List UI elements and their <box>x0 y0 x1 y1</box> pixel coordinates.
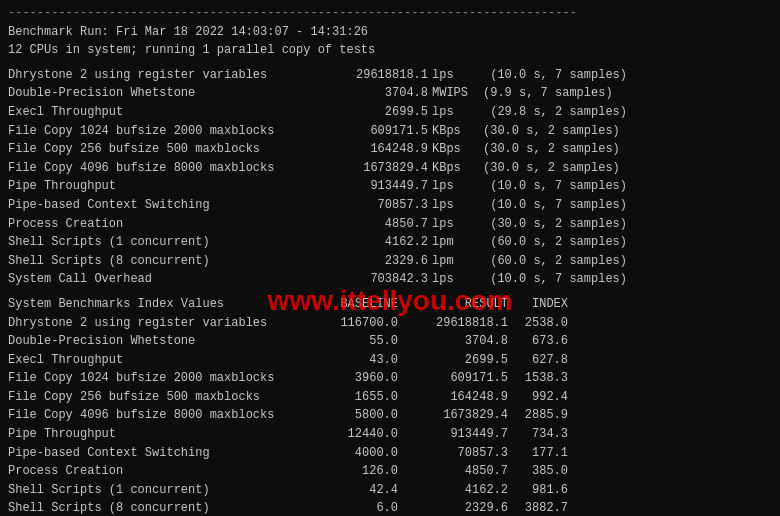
index-row: Shell Scripts (8 concurrent)6.02329.6388… <box>8 499 772 516</box>
perf-value: 703842.3 <box>318 270 428 289</box>
ir-baseline: 116700.0 <box>318 314 398 333</box>
ir-label: Pipe-based Context Switching <box>8 444 318 463</box>
perf-label: File Copy 1024 bufsize 2000 maxblocks <box>8 122 318 141</box>
perf-row: Pipe-based Context Switching70857.3lps (… <box>8 196 772 215</box>
index-row: Execl Throughput43.02699.5627.8 <box>8 351 772 370</box>
perf-extra: (10.0 s, 7 samples) <box>483 66 627 85</box>
ir-baseline: 1655.0 <box>318 388 398 407</box>
ir-index: 734.3 <box>508 425 568 444</box>
ir-index: 177.1 <box>508 444 568 463</box>
perf-value: 913449.7 <box>318 177 428 196</box>
perf-extra: (30.0 s, 2 samples) <box>483 140 620 159</box>
perf-label: Shell Scripts (1 concurrent) <box>8 233 318 252</box>
ir-baseline: 4000.0 <box>318 444 398 463</box>
ir-index: 2538.0 <box>508 314 568 333</box>
perf-extra: (29.8 s, 2 samples) <box>483 103 627 122</box>
perf-extra: (10.0 s, 7 samples) <box>483 270 627 289</box>
terminal: ----------------------------------------… <box>0 0 780 516</box>
ir-result: 1673829.4 <box>398 406 508 425</box>
perf-label: Pipe-based Context Switching <box>8 196 318 215</box>
perf-label: Double-Precision Whetstone <box>8 84 318 103</box>
perf-value: 2699.5 <box>318 103 428 122</box>
ir-result: 609171.5 <box>398 369 508 388</box>
ir-result: 70857.3 <box>398 444 508 463</box>
perf-row: Shell Scripts (8 concurrent)2329.6lpm (6… <box>8 252 772 271</box>
perf-label: Pipe Throughput <box>8 177 318 196</box>
ir-label: Dhrystone 2 using register variables <box>8 314 318 333</box>
ir-label: File Copy 1024 bufsize 2000 maxblocks <box>8 369 318 388</box>
th-result: RESULT <box>398 295 508 314</box>
index-row: Double-Precision Whetstone55.03704.8673.… <box>8 332 772 351</box>
perf-extra: (30.0 s, 2 samples) <box>483 215 627 234</box>
perf-unit: lpm <box>428 233 483 252</box>
ir-result: 4850.7 <box>398 462 508 481</box>
ir-result: 29618818.1 <box>398 314 508 333</box>
ir-baseline: 5800.0 <box>318 406 398 425</box>
th-baseline: BASELINE <box>318 295 398 314</box>
divider-top: ----------------------------------------… <box>8 4 772 23</box>
perf-extra: (10.0 s, 7 samples) <box>483 196 627 215</box>
perf-unit: KBps <box>428 159 483 178</box>
perf-unit: lps <box>428 270 483 289</box>
index-row: File Copy 256 bufsize 500 maxblocks1655.… <box>8 388 772 407</box>
perf-unit: lps <box>428 196 483 215</box>
perf-unit: MWIPS <box>428 84 483 103</box>
ir-index: 1538.3 <box>508 369 568 388</box>
perf-label: System Call Overhead <box>8 270 318 289</box>
header-line1: Benchmark Run: Fri Mar 18 2022 14:03:07 … <box>8 23 772 42</box>
ir-label: Pipe Throughput <box>8 425 318 444</box>
perf-row: Shell Scripts (1 concurrent)4162.2lpm (6… <box>8 233 772 252</box>
perf-row: File Copy 256 bufsize 500 maxblocks16424… <box>8 140 772 159</box>
perf-extra: (60.0 s, 2 samples) <box>483 252 627 271</box>
perf-row: Process Creation4850.7lps (30.0 s, 2 sam… <box>8 215 772 234</box>
perf-extra: (30.0 s, 2 samples) <box>483 159 620 178</box>
perf-extra: (30.0 s, 2 samples) <box>483 122 620 141</box>
perf-extra: (10.0 s, 7 samples) <box>483 177 627 196</box>
perf-row: Dhrystone 2 using register variables2961… <box>8 66 772 85</box>
perf-extra: (60.0 s, 2 samples) <box>483 233 627 252</box>
perf-label: File Copy 4096 bufsize 8000 maxblocks <box>8 159 318 178</box>
perf-row: Execl Throughput2699.5lps (29.8 s, 2 sam… <box>8 103 772 122</box>
ir-baseline: 3960.0 <box>318 369 398 388</box>
perf-unit: KBps <box>428 140 483 159</box>
perf-label: Process Creation <box>8 215 318 234</box>
perf-row: File Copy 4096 bufsize 8000 maxblocks167… <box>8 159 772 178</box>
ir-label: Shell Scripts (1 concurrent) <box>8 481 318 500</box>
perf-value: 70857.3 <box>318 196 428 215</box>
perf-unit: lps <box>428 215 483 234</box>
ir-index: 385.0 <box>508 462 568 481</box>
perf-extra: (9.9 s, 7 samples) <box>483 84 613 103</box>
ir-baseline: 55.0 <box>318 332 398 351</box>
ir-result: 2699.5 <box>398 351 508 370</box>
ir-label: Double-Precision Whetstone <box>8 332 318 351</box>
perf-label: Shell Scripts (8 concurrent) <box>8 252 318 271</box>
index-row: File Copy 4096 bufsize 8000 maxblocks580… <box>8 406 772 425</box>
ir-index: 981.6 <box>508 481 568 500</box>
ir-label: File Copy 4096 bufsize 8000 maxblocks <box>8 406 318 425</box>
perf-value: 164248.9 <box>318 140 428 159</box>
index-row: Dhrystone 2 using register variables1167… <box>8 314 772 333</box>
ir-baseline: 6.0 <box>318 499 398 516</box>
ir-index: 627.8 <box>508 351 568 370</box>
ir-label: File Copy 256 bufsize 500 maxblocks <box>8 388 318 407</box>
perf-row: Pipe Throughput913449.7lps (10.0 s, 7 sa… <box>8 177 772 196</box>
ir-result: 3704.8 <box>398 332 508 351</box>
perf-label: Execl Throughput <box>8 103 318 122</box>
ir-baseline: 42.4 <box>318 481 398 500</box>
performance-rows: Dhrystone 2 using register variables2961… <box>8 66 772 289</box>
ir-result: 2329.6 <box>398 499 508 516</box>
ir-index: 3882.7 <box>508 499 568 516</box>
perf-unit: lps <box>428 103 483 122</box>
index-row: Shell Scripts (1 concurrent)42.44162.298… <box>8 481 772 500</box>
ir-baseline: 12440.0 <box>318 425 398 444</box>
perf-value: 609171.5 <box>318 122 428 141</box>
ir-label: Shell Scripts (8 concurrent) <box>8 499 318 516</box>
perf-unit: lps <box>428 177 483 196</box>
index-table: System Benchmarks Index ValuesBASELINE R… <box>8 295 772 516</box>
perf-row: System Call Overhead703842.3lps (10.0 s,… <box>8 270 772 289</box>
perf-value: 4162.2 <box>318 233 428 252</box>
perf-value: 4850.7 <box>318 215 428 234</box>
perf-label: Dhrystone 2 using register variables <box>8 66 318 85</box>
index-row: Pipe Throughput12440.0913449.7734.3 <box>8 425 772 444</box>
index-row: File Copy 1024 bufsize 2000 maxblocks396… <box>8 369 772 388</box>
